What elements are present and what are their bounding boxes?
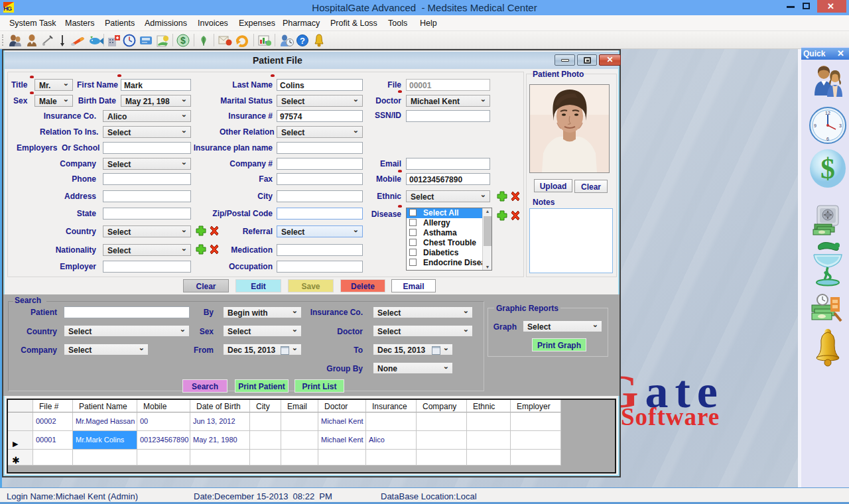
svg-text:?: ? [300, 36, 305, 46]
svg-text:9: 9 [814, 123, 816, 128]
svg-text:$: $ [180, 35, 186, 46]
svg-text:12: 12 [825, 111, 830, 115]
svg-text:6: 6 [826, 137, 829, 141]
svg-text:$: $ [820, 153, 835, 185]
svg-text:3: 3 [839, 123, 842, 128]
